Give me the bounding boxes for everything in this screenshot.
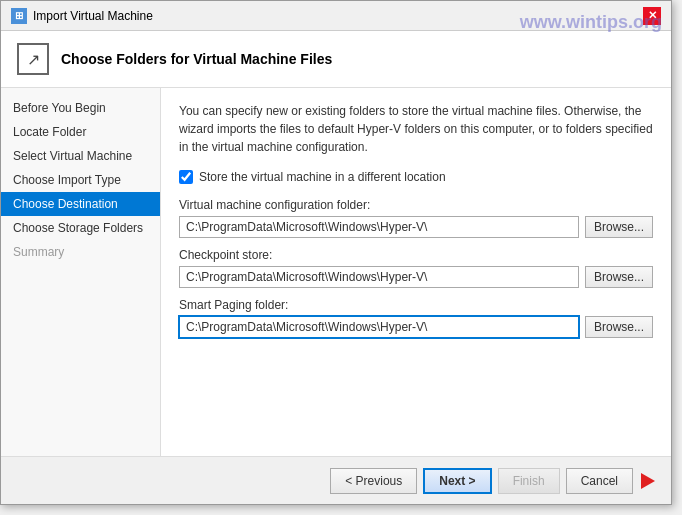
field-group-smart-paging: Smart Paging folder:Browse... <box>179 298 653 338</box>
sidebar-item-before-you-begin[interactable]: Before You Begin <box>1 96 160 120</box>
main-content: You can specify new or existing folders … <box>161 88 671 456</box>
sidebar-item-choose-import-type[interactable]: Choose Import Type <box>1 168 160 192</box>
sidebar-item-choose-destination[interactable]: Choose Destination <box>1 192 160 216</box>
page-title: Choose Folders for Virtual Machine Files <box>61 51 332 67</box>
field-row-vm-config: Browse... <box>179 216 653 238</box>
page-icon: ↗ <box>17 43 49 75</box>
sidebar: Before You BeginLocate FolderSelect Virt… <box>1 88 161 456</box>
title-bar-left: ⊞ Import Virtual Machine <box>11 8 153 24</box>
footer: < Previous Next > Finish Cancel <box>1 456 671 504</box>
cancel-button[interactable]: Cancel <box>566 468 633 494</box>
sidebar-item-select-virtual-machine[interactable]: Select Virtual Machine <box>1 144 160 168</box>
field-input-vm-config[interactable] <box>179 216 579 238</box>
field-input-smart-paging[interactable] <box>179 316 579 338</box>
field-label-vm-config: Virtual machine configuration folder: <box>179 198 653 212</box>
previous-button[interactable]: < Previous <box>330 468 417 494</box>
field-label-checkpoint-store: Checkpoint store: <box>179 248 653 262</box>
close-button[interactable]: ✕ <box>643 7 661 25</box>
title-bar: ⊞ Import Virtual Machine ✕ <box>1 1 671 31</box>
import-vm-window: ⊞ Import Virtual Machine ✕ ↗ Choose Fold… <box>0 0 672 505</box>
field-label-smart-paging: Smart Paging folder: <box>179 298 653 312</box>
field-row-smart-paging: Browse... <box>179 316 653 338</box>
field-group-vm-config: Virtual machine configuration folder:Bro… <box>179 198 653 238</box>
arrow-indicator <box>641 473 655 489</box>
page-header: ↗ Choose Folders for Virtual Machine Fil… <box>1 31 671 88</box>
browse-button-vm-config[interactable]: Browse... <box>585 216 653 238</box>
sidebar-item-locate-folder[interactable]: Locate Folder <box>1 120 160 144</box>
window-title: Import Virtual Machine <box>33 9 153 23</box>
finish-button[interactable]: Finish <box>498 468 560 494</box>
field-input-checkpoint-store[interactable] <box>179 266 579 288</box>
field-row-checkpoint-store: Browse... <box>179 266 653 288</box>
window-icon: ⊞ <box>11 8 27 24</box>
store-different-location-row: Store the virtual machine in a different… <box>179 170 653 184</box>
store-different-location-label: Store the virtual machine in a different… <box>199 170 446 184</box>
next-button[interactable]: Next > <box>423 468 491 494</box>
description-text: You can specify new or existing folders … <box>179 102 653 156</box>
sidebar-item-choose-storage-folders[interactable]: Choose Storage Folders <box>1 216 160 240</box>
sidebar-item-summary: Summary <box>1 240 160 264</box>
main-layout: Before You BeginLocate FolderSelect Virt… <box>1 88 671 456</box>
store-different-location-checkbox[interactable] <box>179 170 193 184</box>
browse-button-smart-paging[interactable]: Browse... <box>585 316 653 338</box>
fields-container: Virtual machine configuration folder:Bro… <box>179 198 653 338</box>
field-group-checkpoint-store: Checkpoint store:Browse... <box>179 248 653 288</box>
browse-button-checkpoint-store[interactable]: Browse... <box>585 266 653 288</box>
